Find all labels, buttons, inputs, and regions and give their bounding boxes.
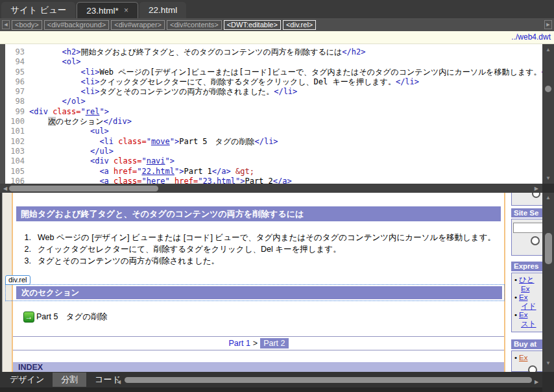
document-tab[interactable]: サイト ビュー — [1, 2, 75, 18]
code-token: のセクション — [56, 117, 104, 126]
search-submit-icon[interactable] — [531, 236, 540, 245]
scroll-down-icon[interactable]: ▼ — [542, 175, 554, 181]
tag-selector-item[interactable]: <body> — [12, 20, 42, 30]
code-line[interactable]: 94 <ol> — [5, 57, 542, 67]
line-number: 103 — [5, 147, 25, 156]
quick-tag-selector-bar: ◀ <body><div#background><div#wrapper><di… — [0, 18, 554, 31]
document-tab[interactable]: 22.html — [139, 2, 186, 18]
design-view-pane[interactable]: 開始タグおよび終了タグと、そのタグのコンテンツの両方を削除するには 1.Web … — [0, 193, 542, 372]
document-tab[interactable]: 23.html*× — [77, 2, 138, 18]
code-token: > — [76, 47, 80, 56]
ordered-steps-list: 1.Web ページの [デザイン] ビューまたは [コード] ビューで、タグ内ま… — [19, 232, 496, 267]
line-number: 93 — [5, 47, 25, 57]
code-line[interactable]: 97 <li>タグとそのコンテンツの両方が削除されました。</li> — [5, 87, 542, 97]
tag-selector-item[interactable]: <div#wrapper> — [111, 20, 165, 30]
code-line[interactable]: 98 </ol> — [5, 97, 542, 106]
selected-tag-label[interactable]: div.rel — [5, 275, 30, 285]
tag-selector-item[interactable]: <div.rel> — [283, 20, 316, 30]
code-line[interactable]: 101 <ul> — [5, 127, 542, 136]
code-token: h2 — [67, 47, 76, 56]
code-token: div — [95, 156, 109, 165]
tag-selector-item[interactable]: <div#contents> — [167, 20, 222, 30]
express-link[interactable]: スト — [521, 320, 536, 328]
code-horizontal-scrollbar[interactable]: ◀ ▶ — [0, 184, 554, 193]
design-vertical-scrollbar[interactable]: ▲ ▼ — [542, 193, 554, 372]
green-arrow-icon: → — [23, 312, 34, 323]
express-link[interactable]: Ex — [519, 311, 527, 319]
code-vscroll-thumb[interactable] — [545, 86, 551, 92]
code-token: Part 2 — [245, 177, 272, 184]
code-token: 23.html — [202, 177, 235, 184]
view-tab-active[interactable]: 分割 — [53, 373, 86, 387]
part-navigation-bar: Part 1 > Part 2 — [13, 336, 504, 350]
code-token: < — [99, 167, 104, 176]
code-token: li — [264, 137, 273, 146]
code-line[interactable]: 99<div class="rel"> — [5, 107, 542, 117]
code-line[interactable]: 95 <li>Web ページの[デザイン]ビューまたは[コード]ビューで、タグ内… — [5, 67, 542, 77]
view-tab-item[interactable]: デザイン — [1, 373, 53, 387]
scroll-up-icon[interactable]: ▲ — [542, 195, 554, 201]
next-part-link[interactable]: Part 5 タグの削除 — [36, 312, 107, 323]
tag-scroll-right-icon[interactable]: ▶ — [544, 20, 552, 29]
code-token: " — [99, 107, 104, 116]
buy-section-title: Buy at — [511, 339, 542, 349]
step-item: 1.Web ページの [デザイン] ビューまたは [コード] ビューで、タグ内ま… — [19, 232, 496, 243]
code-token: クイックタグセレクターにて、削除するタグをクリックし、Del キーを押します。 — [99, 77, 396, 86]
code-line[interactable]: 102 <li class="move">Part 5 タグの削除</li> — [5, 137, 542, 147]
code-token: < — [62, 47, 67, 56]
list-item-continuation: スト — [512, 320, 542, 329]
scroll-up-icon[interactable]: ▲ — [542, 47, 554, 53]
scroll-right-icon[interactable]: ▶ — [535, 186, 538, 191]
view-tab-item[interactable]: コード — [86, 373, 129, 387]
code-token: 次 — [48, 117, 56, 126]
scroll-left-icon[interactable]: ◀ — [117, 379, 121, 385]
express-link[interactable]: ひと — [519, 276, 535, 284]
tab-close-icon[interactable]: × — [124, 6, 128, 15]
express-link[interactable]: Ex — [521, 285, 529, 293]
tag-selector-item[interactable]: <DWT:editable> — [224, 20, 281, 30]
code-token: here — [147, 177, 165, 184]
site-search-title: Site Se — [511, 208, 542, 217]
code-token: > — [76, 57, 80, 66]
code-line[interactable]: 104 <div class="navi"> — [5, 156, 542, 166]
express-section-title: Expres — [511, 262, 542, 271]
nav-prev-link[interactable]: Part 1 — [228, 339, 250, 348]
code-line[interactable]: 93 <h2>開始タグおよび終了タグと、そのタグのコンテンツの両方を削除するには… — [5, 47, 542, 57]
design-vscroll-thumb[interactable] — [545, 233, 552, 264]
express-link[interactable]: Ex — [519, 293, 527, 301]
code-line[interactable]: 96 <li>クイックタグセレクターにて、削除するタグをクリックし、Del キー… — [5, 77, 542, 87]
scrollbar-corner — [542, 184, 554, 193]
dwt-template-link[interactable]: ../web4.dwt — [511, 32, 551, 42]
code-editor-pane[interactable]: 93 <h2>開始タグおよび終了タグと、そのタグのコンテンツの両方を削除するには… — [0, 44, 554, 184]
code-line[interactable]: 100 次のセクション</div> — [5, 117, 542, 127]
code-token: " — [165, 177, 170, 184]
scroll-down-icon[interactable]: ▼ — [542, 360, 554, 366]
buy-link[interactable]: Ex — [519, 354, 527, 361]
code-token: </ — [342, 47, 351, 56]
bullet-icon: • — [514, 354, 517, 361]
buy-button-icon[interactable] — [528, 365, 537, 372]
code-token: > — [293, 87, 297, 96]
site-search-input[interactable] — [513, 223, 542, 233]
tag-selector-item[interactable]: <div#background> — [44, 20, 110, 30]
code-token: Web ページの[デザイン]ビューまたは[コード]ビューで、タグ内またはそのタグ… — [99, 67, 541, 77]
code-hscroll-thumb[interactable] — [9, 186, 158, 191]
code-token: </ — [104, 117, 113, 126]
express-link[interactable]: イド — [521, 302, 536, 310]
code-token: class= — [114, 137, 147, 146]
scroll-right-icon[interactable]: ▶ — [535, 379, 538, 385]
scroll-left-icon[interactable]: ◀ — [3, 186, 7, 191]
code-token: li — [86, 77, 95, 86]
code-token: li — [405, 77, 414, 86]
code-token: </ — [62, 97, 71, 106]
step-item: 3.タグとそのコンテンツの両方が削除されました。 — [19, 255, 496, 267]
tag-scroll-left-icon[interactable]: ◀ — [2, 20, 10, 29]
code-token: li — [86, 87, 95, 96]
code-line[interactable]: 105 <a href="22.html">Part 1</a> &gt; — [5, 167, 542, 177]
code-line[interactable]: 106 <a class="here" href="23.html">Part … — [5, 177, 542, 184]
design-hscroll-thumb[interactable] — [125, 377, 532, 383]
code-token: </ — [396, 77, 405, 86]
tab-label: 22.html — [149, 5, 177, 15]
code-vertical-scrollbar[interactable]: ▲ ▼ — [542, 44, 554, 184]
code-line[interactable]: 103 </ul> — [5, 147, 542, 156]
